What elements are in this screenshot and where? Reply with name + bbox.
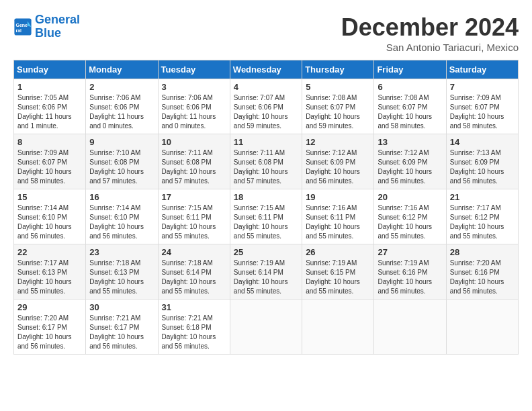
calendar-day-cell: 9 Sunrise: 7:10 AM Sunset: 6:08 PM Dayli… bbox=[86, 134, 158, 189]
calendar-day-cell: 5 Sunrise: 7:08 AM Sunset: 6:07 PM Dayli… bbox=[302, 79, 374, 134]
header-saturday: Saturday bbox=[446, 60, 518, 79]
day-info: Sunrise: 7:16 AM Sunset: 6:11 PM Dayligh… bbox=[306, 203, 370, 241]
calendar-day-cell: 24 Sunrise: 7:18 AM Sunset: 6:14 PM Dayl… bbox=[158, 244, 230, 300]
calendar-day-cell: 10 Sunrise: 7:11 AM Sunset: 6:08 PM Dayl… bbox=[158, 134, 230, 189]
days-header-row: Sunday Monday Tuesday Wednesday Thursday… bbox=[14, 60, 519, 79]
header-thursday: Thursday bbox=[302, 60, 374, 79]
calendar-day-cell bbox=[230, 300, 302, 355]
day-number: 13 bbox=[378, 137, 442, 147]
day-number: 17 bbox=[162, 192, 226, 202]
header-sunday: Sunday bbox=[14, 60, 86, 79]
calendar-week-row: 8 Sunrise: 7:09 AM Sunset: 6:07 PM Dayli… bbox=[14, 134, 519, 189]
day-number: 2 bbox=[89, 82, 154, 92]
day-info: Sunrise: 7:14 AM Sunset: 6:10 PM Dayligh… bbox=[17, 203, 82, 241]
calendar-day-cell: 4 Sunrise: 7:07 AM Sunset: 6:06 PM Dayli… bbox=[230, 79, 302, 134]
day-number: 7 bbox=[450, 82, 515, 92]
calendar-table: Sunday Monday Tuesday Wednesday Thursday… bbox=[13, 60, 519, 355]
day-info: Sunrise: 7:18 AM Sunset: 6:13 PM Dayligh… bbox=[89, 259, 154, 296]
calendar-day-cell: 18 Sunrise: 7:15 AM Sunset: 6:11 PM Dayl… bbox=[230, 189, 302, 244]
day-number: 10 bbox=[162, 137, 226, 147]
day-number: 31 bbox=[162, 302, 226, 312]
calendar-day-cell bbox=[374, 300, 446, 355]
logo-icon: Gene ral bbox=[13, 17, 32, 36]
day-info: Sunrise: 7:09 AM Sunset: 6:07 PM Dayligh… bbox=[450, 93, 515, 131]
calendar-day-cell: 14 Sunrise: 7:13 AM Sunset: 6:09 PM Dayl… bbox=[446, 134, 518, 189]
location-title: San Antonio Tariacuri, Mexico bbox=[341, 42, 519, 53]
day-info: Sunrise: 7:15 AM Sunset: 6:11 PM Dayligh… bbox=[162, 203, 226, 241]
day-number: 1 bbox=[17, 82, 82, 92]
logo-blue: Blue bbox=[35, 27, 80, 40]
day-info: Sunrise: 7:19 AM Sunset: 6:16 PM Dayligh… bbox=[378, 259, 442, 296]
day-info: Sunrise: 7:20 AM Sunset: 6:16 PM Dayligh… bbox=[450, 259, 515, 296]
calendar-week-row: 15 Sunrise: 7:14 AM Sunset: 6:10 PM Dayl… bbox=[14, 189, 519, 244]
day-info: Sunrise: 7:12 AM Sunset: 6:09 PM Dayligh… bbox=[306, 148, 370, 186]
title-area: December 2024 San Antonio Tariacuri, Mex… bbox=[341, 13, 519, 53]
calendar-day-cell: 23 Sunrise: 7:18 AM Sunset: 6:13 PM Dayl… bbox=[86, 244, 158, 300]
day-number: 21 bbox=[450, 192, 515, 202]
calendar-day-cell: 17 Sunrise: 7:15 AM Sunset: 6:11 PM Dayl… bbox=[158, 189, 230, 244]
day-number: 28 bbox=[450, 247, 515, 257]
svg-text:ral: ral bbox=[16, 28, 22, 33]
calendar-day-cell: 6 Sunrise: 7:08 AM Sunset: 6:07 PM Dayli… bbox=[374, 79, 446, 134]
day-number: 30 bbox=[89, 302, 154, 312]
day-info: Sunrise: 7:21 AM Sunset: 6:17 PM Dayligh… bbox=[89, 314, 154, 351]
calendar-week-row: 1 Sunrise: 7:05 AM Sunset: 6:06 PM Dayli… bbox=[14, 79, 519, 134]
calendar-day-cell: 19 Sunrise: 7:16 AM Sunset: 6:11 PM Dayl… bbox=[302, 189, 374, 244]
day-number: 23 bbox=[89, 247, 154, 257]
svg-text:Gene: Gene bbox=[16, 23, 28, 28]
day-info: Sunrise: 7:06 AM Sunset: 6:06 PM Dayligh… bbox=[162, 93, 226, 131]
calendar-day-cell: 27 Sunrise: 7:19 AM Sunset: 6:16 PM Dayl… bbox=[374, 244, 446, 300]
day-info: Sunrise: 7:11 AM Sunset: 6:08 PM Dayligh… bbox=[162, 148, 226, 186]
calendar-week-row: 22 Sunrise: 7:17 AM Sunset: 6:13 PM Dayl… bbox=[14, 244, 519, 300]
day-number: 25 bbox=[234, 247, 298, 257]
header-monday: Monday bbox=[86, 60, 158, 79]
calendar-day-cell: 25 Sunrise: 7:19 AM Sunset: 6:14 PM Dayl… bbox=[230, 244, 302, 300]
day-number: 19 bbox=[306, 192, 370, 202]
day-info: Sunrise: 7:05 AM Sunset: 6:06 PM Dayligh… bbox=[17, 93, 82, 131]
day-info: Sunrise: 7:11 AM Sunset: 6:08 PM Dayligh… bbox=[234, 148, 298, 186]
day-info: Sunrise: 7:17 AM Sunset: 6:12 PM Dayligh… bbox=[450, 203, 515, 241]
calendar-day-cell bbox=[302, 300, 374, 355]
day-number: 6 bbox=[378, 82, 442, 92]
day-number: 22 bbox=[17, 247, 82, 257]
day-info: Sunrise: 7:10 AM Sunset: 6:08 PM Dayligh… bbox=[89, 148, 154, 186]
day-info: Sunrise: 7:09 AM Sunset: 6:07 PM Dayligh… bbox=[17, 148, 82, 186]
day-info: Sunrise: 7:14 AM Sunset: 6:10 PM Dayligh… bbox=[89, 203, 154, 241]
calendar-day-cell: 7 Sunrise: 7:09 AM Sunset: 6:07 PM Dayli… bbox=[446, 79, 518, 134]
day-number: 27 bbox=[378, 247, 442, 257]
day-number: 5 bbox=[306, 82, 370, 92]
day-info: Sunrise: 7:18 AM Sunset: 6:14 PM Dayligh… bbox=[162, 259, 226, 296]
day-info: Sunrise: 7:12 AM Sunset: 6:09 PM Dayligh… bbox=[378, 148, 442, 186]
day-number: 26 bbox=[306, 247, 370, 257]
header: Gene ral General Blue December 2024 San … bbox=[13, 13, 519, 53]
day-number: 15 bbox=[17, 192, 82, 202]
calendar-day-cell bbox=[446, 300, 518, 355]
calendar-day-cell: 20 Sunrise: 7:16 AM Sunset: 6:12 PM Dayl… bbox=[374, 189, 446, 244]
logo-text: General Blue bbox=[35, 13, 80, 40]
calendar-day-cell: 22 Sunrise: 7:17 AM Sunset: 6:13 PM Dayl… bbox=[14, 244, 86, 300]
day-info: Sunrise: 7:08 AM Sunset: 6:07 PM Dayligh… bbox=[378, 93, 442, 131]
day-info: Sunrise: 7:17 AM Sunset: 6:13 PM Dayligh… bbox=[17, 259, 82, 296]
calendar-day-cell: 13 Sunrise: 7:12 AM Sunset: 6:09 PM Dayl… bbox=[374, 134, 446, 189]
day-number: 12 bbox=[306, 137, 370, 147]
calendar-day-cell: 2 Sunrise: 7:06 AM Sunset: 6:06 PM Dayli… bbox=[86, 79, 158, 134]
day-number: 9 bbox=[89, 137, 154, 147]
day-number: 4 bbox=[234, 82, 298, 92]
logo-general: General bbox=[35, 13, 80, 26]
calendar-day-cell: 31 Sunrise: 7:21 AM Sunset: 6:18 PM Dayl… bbox=[158, 300, 230, 355]
day-info: Sunrise: 7:06 AM Sunset: 6:06 PM Dayligh… bbox=[89, 93, 154, 131]
header-friday: Friday bbox=[374, 60, 446, 79]
logo: Gene ral General Blue bbox=[13, 13, 80, 40]
calendar-day-cell: 26 Sunrise: 7:19 AM Sunset: 6:15 PM Dayl… bbox=[302, 244, 374, 300]
calendar-day-cell: 29 Sunrise: 7:20 AM Sunset: 6:17 PM Dayl… bbox=[14, 300, 86, 355]
calendar-day-cell: 28 Sunrise: 7:20 AM Sunset: 6:16 PM Dayl… bbox=[446, 244, 518, 300]
calendar-day-cell: 30 Sunrise: 7:21 AM Sunset: 6:17 PM Dayl… bbox=[86, 300, 158, 355]
calendar-day-cell: 11 Sunrise: 7:11 AM Sunset: 6:08 PM Dayl… bbox=[230, 134, 302, 189]
day-info: Sunrise: 7:21 AM Sunset: 6:18 PM Dayligh… bbox=[162, 314, 226, 351]
day-info: Sunrise: 7:15 AM Sunset: 6:11 PM Dayligh… bbox=[234, 203, 298, 241]
day-number: 3 bbox=[162, 82, 226, 92]
day-number: 29 bbox=[17, 302, 82, 312]
day-info: Sunrise: 7:13 AM Sunset: 6:09 PM Dayligh… bbox=[450, 148, 515, 186]
calendar-day-cell: 15 Sunrise: 7:14 AM Sunset: 6:10 PM Dayl… bbox=[14, 189, 86, 244]
calendar-day-cell: 21 Sunrise: 7:17 AM Sunset: 6:12 PM Dayl… bbox=[446, 189, 518, 244]
